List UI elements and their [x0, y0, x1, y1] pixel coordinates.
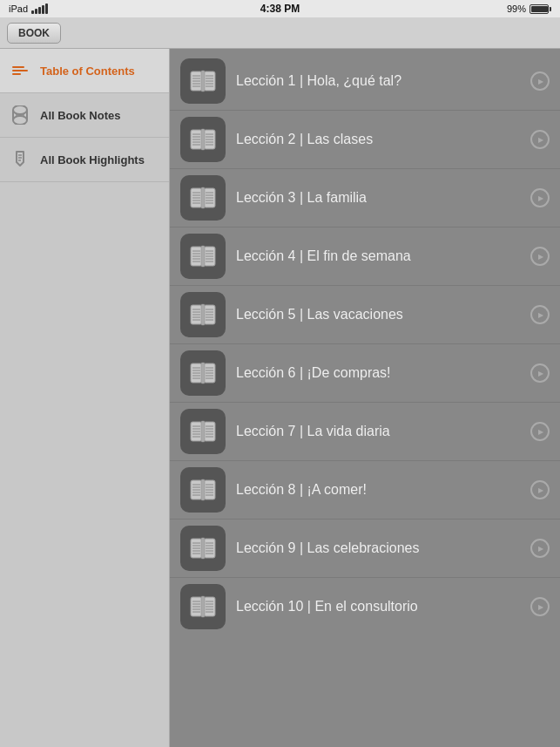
lesson-icon [180, 234, 226, 279]
svg-rect-10 [201, 71, 205, 92]
lesson-icon [180, 175, 226, 221]
chevron-right-icon [530, 539, 550, 558]
lesson-title: Lección 2 | Las clases [236, 132, 520, 147]
sidebar-item-notes[interactable]: All Book Notes [0, 93, 169, 138]
status-bar: iPad 4:38 PM 99% [0, 0, 560, 17]
sidebar-item-notes-label: All Book Notes [40, 109, 120, 122]
lesson-row[interactable]: Lección 6 | ¡De compras! [170, 344, 560, 403]
svg-rect-49 [201, 246, 205, 267]
chevron-right-icon [530, 480, 550, 499]
lesson-row[interactable]: Lección 8 | ¡A comer! [170, 461, 560, 520]
notes-icon [9, 104, 31, 126]
chevron-right-icon [530, 188, 550, 207]
lesson-title: Lección 3 | La familia [236, 190, 520, 206]
svg-rect-75 [201, 363, 205, 384]
lesson-row[interactable]: Lección 1 | Hola, ¿qué tal? [170, 52, 560, 111]
lesson-icon [180, 292, 226, 337]
svg-point-3 [13, 116, 27, 125]
lesson-title: Lección 9 | Las celebraciones [236, 540, 520, 556]
lesson-icon [180, 409, 226, 454]
lesson-row[interactable]: Lección 5 | Las vacaciones [170, 286, 560, 344]
top-bar: BOOK [0, 17, 560, 49]
lesson-row[interactable]: Lección 9 | Las celebraciones [170, 520, 560, 578]
chevron-right-icon [530, 422, 550, 441]
lesson-icon [180, 350, 226, 396]
wifi-signal-icon [31, 3, 48, 14]
svg-rect-114 [201, 538, 205, 559]
svg-rect-23 [201, 129, 205, 150]
sidebar-item-highlights-label: All Book Highlights [40, 153, 145, 166]
battery-percent: 99% [507, 3, 526, 14]
main-layout: Table of Contents All Book Notes [0, 49, 560, 747]
lesson-title: Lección 10 | En el consultorio [236, 599, 520, 615]
chevron-right-icon [530, 71, 550, 91]
lesson-title: Lección 5 | Las vacaciones [236, 307, 520, 323]
highlights-icon [9, 148, 31, 171]
svg-rect-88 [201, 421, 205, 442]
lesson-title: Lección 8 | ¡A comer! [236, 482, 520, 498]
lesson-title: Lección 6 | ¡De compras! [236, 365, 520, 381]
book-button[interactable]: BOOK [7, 23, 61, 44]
sidebar-item-toc[interactable]: Table of Contents [0, 49, 169, 93]
sidebar: Table of Contents All Book Notes [0, 49, 170, 747]
status-time: 4:38 PM [260, 3, 300, 15]
lesson-icon [180, 526, 226, 571]
lesson-row[interactable]: Lección 4 | El fin de semana [170, 227, 560, 286]
lesson-icon [180, 584, 226, 629]
battery-icon [530, 4, 551, 14]
carrier-label: iPad [9, 3, 28, 14]
lesson-icon [180, 467, 226, 513]
lessons-list: Lección 1 | Hola, ¿qué tal? [170, 49, 560, 747]
lesson-title: Lección 4 | El fin de semana [236, 248, 520, 264]
status-right: 99% [507, 3, 551, 14]
lesson-row[interactable]: Lección 10 | En el consultorio [170, 578, 560, 635]
lesson-row[interactable]: Lección 3 | La familia [170, 169, 560, 227]
svg-rect-62 [201, 304, 205, 325]
status-left: iPad [9, 3, 48, 14]
sidebar-item-toc-label: Table of Contents [40, 65, 135, 78]
chevron-right-icon [530, 247, 550, 266]
sidebar-item-highlights[interactable]: All Book Highlights [0, 138, 169, 182]
lesson-title: Lección 7 | La vida diaria [236, 424, 520, 439]
toc-icon [9, 59, 31, 82]
svg-rect-101 [201, 479, 205, 500]
svg-rect-127 [201, 596, 205, 617]
chevron-right-icon [530, 363, 550, 383]
lesson-row[interactable]: Lección 7 | La vida diaria [170, 403, 560, 461]
chevron-right-icon [530, 130, 550, 149]
lesson-title: Lección 1 | Hola, ¿qué tal? [236, 73, 520, 89]
svg-rect-36 [201, 187, 205, 208]
lesson-icon [180, 117, 226, 162]
chevron-right-icon [530, 597, 550, 616]
svg-point-0 [13, 105, 27, 114]
lesson-row[interactable]: Lección 2 | Las clases [170, 111, 560, 169]
lesson-icon [180, 58, 226, 104]
chevron-right-icon [530, 305, 550, 324]
